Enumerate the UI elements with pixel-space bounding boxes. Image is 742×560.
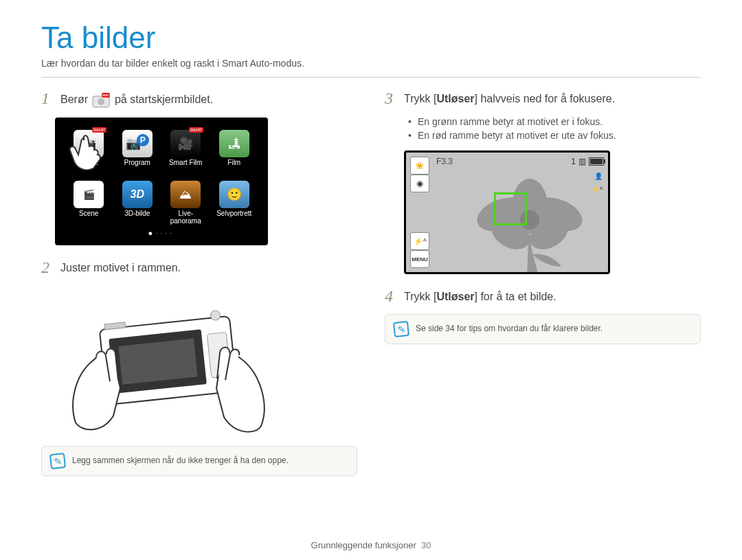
storage-icon: ▥ — [578, 157, 586, 166]
step-1: 1 Berør SMART på startskjermbildet. — [41, 90, 357, 108]
mode-item-program[interactable]: 📷PProgram — [116, 130, 159, 174]
note-icon: ✎ — [49, 453, 66, 469]
mode-label: Film — [213, 159, 256, 174]
shutter-indicator-icon: ◉ — [410, 175, 429, 192]
footer-page: 30 — [421, 540, 431, 550]
step3-pre: Trykk [ — [404, 93, 436, 104]
step4-post: ] for å ta et bilde. — [475, 291, 556, 302]
svg-point-1 — [98, 98, 104, 105]
step-3: 3 Trykk [Utløser] halvveis ned for å fok… — [385, 90, 701, 107]
step-text: Trykk [Utløser] halvveis ned for å fokus… — [404, 90, 615, 105]
focus-bullets: En grønn ramme betyr at motivet er i fok… — [408, 116, 701, 141]
focus-frame — [494, 192, 527, 225]
step-text: Berør SMART på startskjermbildet. — [60, 90, 213, 108]
step1-pre: Berør — [60, 93, 88, 105]
step-4: 4 Trykk [Utløser] for å ta et bilde. — [385, 288, 701, 304]
footer-section: Grunnleggende funksjoner — [311, 540, 416, 550]
step3-post: ] halvveis ned for å fokusere. — [475, 93, 616, 104]
mode-label: Program — [116, 159, 159, 174]
mode-item-scene[interactable]: Scene — [67, 181, 111, 225]
mode-label: Scene — [67, 210, 111, 225]
mode-selection-screen: 📷Smart📷PProgram🎥Smart Film🏞FilmScene3D3D… — [55, 117, 268, 245]
mode-item-film[interactable]: 🏞Film — [213, 130, 256, 174]
step-2: 2 Juster motivet i rammen. — [41, 259, 357, 276]
bullet-item: En grønn ramme betyr at motivet er i fok… — [408, 116, 701, 127]
mode-label: Smart Film — [164, 159, 207, 174]
preview-side-icons: ❀ ◉ MENU — [410, 157, 431, 268]
macro-icon: ❀ — [410, 157, 429, 175]
right-column: 3 Trykk [Utløser] halvveis ned for å fok… — [385, 90, 701, 476]
camera-illustration — [55, 285, 275, 436]
scene-icon — [74, 181, 104, 208]
page-footer: Grunnleggende funksjoner 30 — [0, 540, 742, 550]
step-number: 3 — [385, 90, 397, 107]
step-number: 1 — [41, 90, 54, 107]
face-detect-icon: 👤 — [593, 172, 604, 181]
note-text: Se side 34 for tips om hvordan du får kl… — [416, 322, 603, 333]
program-icon: 📷P — [122, 130, 153, 157]
flash-auto-icon — [410, 232, 429, 250]
svg-text:SMART: SMART — [102, 94, 110, 97]
self-icon: 🙂 — [219, 181, 249, 208]
step4-pre: Trykk [ — [404, 291, 436, 302]
smartfm-icon: 🎥 — [170, 130, 201, 157]
step1-post: på startskjermbildet. — [115, 93, 213, 105]
focus-preview-screen: ❀ ◉ MENU F3.3 1 ▥ 👤 ⚡ᴬ — [404, 150, 610, 274]
mode-label: Smart — [67, 159, 111, 174]
preview-right-icons: 👤 ⚡ᴬ — [590, 172, 604, 194]
note-icon: ✎ — [393, 321, 409, 337]
note-box: ✎ Se side 34 for tips om hvordan du får … — [385, 314, 701, 344]
mode-label: Live- panorama — [164, 210, 207, 225]
battery-icon — [589, 157, 604, 166]
step-text: Juster motivet i rammen. — [60, 259, 181, 274]
mode-label: 3D-bilde — [116, 210, 159, 225]
mode-item-3d[interactable]: 3D3D-bilde — [116, 181, 159, 225]
mode-label: Selvportrett — [213, 210, 256, 225]
mode-item-smart[interactable]: 📷Smart — [67, 130, 111, 174]
pano-icon: ⛰ — [170, 181, 201, 208]
flash-status-icon: ⚡ᴬ — [590, 185, 604, 194]
preview-top-right: 1 ▥ — [571, 157, 604, 166]
page-dots: ●···· — [67, 229, 256, 237]
page-subtitle: Lær hvordan du tar bilder enkelt og rask… — [41, 58, 701, 78]
smart-mode-icon: SMART — [92, 93, 110, 108]
page-title: Ta bilder — [41, 21, 701, 55]
shots-remaining: 1 — [571, 157, 576, 166]
step-number: 4 — [385, 288, 397, 304]
mode-item-pano[interactable]: ⛰Live- panorama — [164, 181, 207, 225]
film-icon: 🏞 — [219, 130, 249, 157]
3d-icon: 3D — [122, 181, 153, 208]
mode-item-smartfm[interactable]: 🎥Smart Film — [164, 130, 207, 174]
mode-item-self[interactable]: 🙂Selvportrett — [213, 181, 256, 225]
step3-bold: Utløser — [436, 93, 474, 104]
bullet-item: En rød ramme betyr at motivet er ute av … — [408, 130, 701, 141]
step-number: 2 — [41, 259, 54, 276]
note-box: ✎ Legg sammen skjermen når du ikke treng… — [41, 446, 357, 476]
step-text: Trykk [Utløser] for å ta et bilde. — [404, 288, 556, 303]
svg-rect-6 — [118, 338, 197, 384]
smart-icon: 📷 — [74, 130, 104, 157]
aperture-readout: F3.3 — [436, 157, 453, 166]
step4-bold: Utløser — [436, 291, 474, 302]
note-text: Legg sammen skjermen når du ikke trenger… — [72, 453, 289, 465]
flower-silhouette-icon — [461, 165, 598, 274]
menu-button[interactable]: MENU — [410, 250, 429, 268]
left-column: 1 Berør SMART på startskjermbildet. 📷Sma… — [41, 90, 357, 476]
